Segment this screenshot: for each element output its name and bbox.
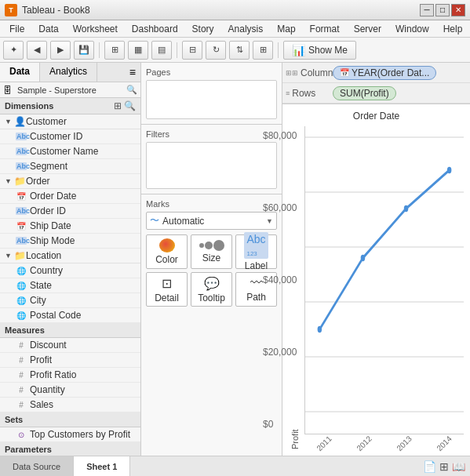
refresh-button[interactable]: ↻ bbox=[206, 41, 226, 60]
forward-button[interactable]: ▶ bbox=[50, 41, 71, 60]
marks-type-select[interactable]: 〜 Automatic ▼ bbox=[146, 212, 277, 230]
set-icon: ⊙ bbox=[16, 431, 27, 439]
geo-icon: 🌐 bbox=[16, 311, 27, 320]
rows-pill[interactable]: SUM(Profit) bbox=[333, 86, 396, 100]
menu-server[interactable]: Server bbox=[348, 22, 388, 36]
detail-icon: ⊡ bbox=[162, 276, 172, 291]
show-me-button[interactable]: 📊 Show Me bbox=[283, 41, 356, 60]
field-quantity[interactable]: # Quantity bbox=[0, 383, 140, 398]
new-worksheet-icon[interactable]: 📄 bbox=[423, 460, 436, 473]
marks-type-label: 〜 Automatic bbox=[150, 214, 204, 227]
save-button[interactable]: 💾 bbox=[74, 41, 94, 60]
menu-help[interactable]: Help bbox=[437, 22, 469, 36]
menu-story[interactable]: Story bbox=[186, 22, 220, 36]
menu-window[interactable]: Window bbox=[389, 22, 435, 36]
tooltip-label: Tooltip bbox=[198, 293, 225, 303]
show-me-label: Show Me bbox=[308, 45, 348, 56]
chart-area: Order Date Profit bbox=[282, 104, 470, 456]
field-order-id[interactable]: Abc Order ID bbox=[0, 204, 140, 219]
menu-dashboard[interactable]: Dashboard bbox=[126, 22, 184, 36]
new-dashboard-icon[interactable]: ⊞ bbox=[439, 460, 449, 473]
sheet1-tab[interactable]: Sheet 1 bbox=[74, 456, 130, 476]
field-sales[interactable]: # Sales bbox=[0, 398, 140, 412]
new-workbook-button[interactable]: ✦ bbox=[3, 41, 24, 60]
folder-icon: 📁 bbox=[14, 176, 26, 187]
data-source-tab[interactable]: Data Source bbox=[0, 456, 74, 476]
pages-content bbox=[146, 80, 277, 119]
minimize-button[interactable]: ─ bbox=[420, 4, 434, 16]
field-customer-name[interactable]: Abc Customer Name bbox=[0, 144, 140, 159]
menu-file[interactable]: File bbox=[3, 22, 31, 36]
label-button[interactable]: ⊞ bbox=[253, 41, 273, 60]
field-label: Profit bbox=[30, 354, 52, 365]
window-controls[interactable]: ─ □ ✕ bbox=[420, 4, 465, 16]
color-button[interactable]: Color bbox=[146, 234, 188, 269]
close-button[interactable]: ✕ bbox=[451, 4, 465, 16]
view-button[interactable]: ▦ bbox=[128, 41, 148, 60]
filter-button[interactable]: ⊟ bbox=[182, 41, 202, 60]
tooltip-button[interactable]: 💬 Tooltip bbox=[191, 272, 232, 307]
menu-map[interactable]: Map bbox=[271, 22, 301, 36]
folder-icon: 👤 bbox=[14, 116, 26, 127]
size-button[interactable]: Size bbox=[191, 234, 232, 269]
sort-button[interactable]: ⇅ bbox=[229, 41, 250, 60]
search-button[interactable]: 🔍 bbox=[126, 85, 137, 95]
order-group[interactable]: ▼ 📁 Order bbox=[0, 174, 140, 189]
measure-icon: # bbox=[16, 341, 27, 350]
customer-group-label: Customer bbox=[26, 116, 67, 127]
panel-menu-button[interactable]: ≡ bbox=[125, 63, 140, 82]
field-segment[interactable]: Abc Segment bbox=[0, 159, 140, 174]
marks-title: Marks bbox=[146, 199, 277, 209]
new-story-icon[interactable]: 📖 bbox=[452, 460, 465, 473]
sets-title: Sets bbox=[5, 415, 23, 424]
field-profit[interactable]: # Profit bbox=[0, 353, 140, 368]
sets-header[interactable]: Sets bbox=[0, 412, 140, 427]
field-order-date[interactable]: 📅 Order Date bbox=[0, 189, 140, 204]
field-city[interactable]: 🌐 City bbox=[0, 293, 140, 308]
svg-point-11 bbox=[318, 326, 322, 332]
date-icon: 📅 bbox=[16, 192, 27, 201]
measures-header[interactable]: Measures bbox=[0, 323, 140, 338]
field-discount[interactable]: # Discount bbox=[0, 338, 140, 353]
dimensions-header[interactable]: Dimensions ⊞ 🔍 bbox=[0, 98, 140, 114]
menu-analysis[interactable]: Analysis bbox=[222, 22, 270, 36]
separator1 bbox=[99, 42, 100, 58]
field-profit-ratio[interactable]: # Profit Ratio bbox=[0, 368, 140, 383]
center-panel: Pages Filters Marks 〜 Automatic ▼ Color bbox=[141, 63, 282, 456]
back-button[interactable]: ◀ bbox=[27, 41, 47, 60]
field-label: Order ID bbox=[30, 205, 66, 216]
analytics-tab[interactable]: Analytics bbox=[40, 63, 97, 82]
menu-format[interactable]: Format bbox=[304, 22, 346, 36]
columns-shelf: ⊞⊞ Columns 📅 YEAR(Order Dat... bbox=[282, 63, 470, 83]
data-tab[interactable]: Data bbox=[0, 63, 40, 82]
svg-point-13 bbox=[404, 205, 409, 212]
field-ship-mode[interactable]: Abc Ship Mode bbox=[0, 234, 140, 249]
measure-icon: # bbox=[16, 401, 27, 409]
maximize-button[interactable]: □ bbox=[435, 4, 450, 16]
field-label: Customer Name bbox=[30, 146, 98, 157]
menu-data[interactable]: Data bbox=[32, 22, 64, 36]
svg-point-12 bbox=[361, 255, 366, 261]
columns-pill[interactable]: 📅 YEAR(Order Dat... bbox=[333, 66, 436, 80]
customer-group[interactable]: ▼ 👤 Customer bbox=[0, 114, 140, 129]
measure-icon: # bbox=[16, 386, 27, 394]
field-top-customers-profit[interactable]: ⊙ Top Customers by Profit bbox=[0, 427, 140, 442]
field-state[interactable]: 🌐 State bbox=[0, 278, 140, 293]
parameters-header[interactable]: Parameters bbox=[0, 442, 140, 456]
chart-button[interactable]: ▤ bbox=[151, 41, 172, 60]
detail-button[interactable]: ⊡ Detail bbox=[146, 272, 188, 307]
dimensions-title: Dimensions bbox=[5, 101, 53, 111]
search-icon[interactable]: 🔍 bbox=[124, 100, 136, 111]
data-source-label: Sample - Superstore bbox=[17, 85, 123, 95]
field-postal-code[interactable]: 🌐 Postal Code bbox=[0, 308, 140, 323]
chart-svg-area: $80,000 $60,000 $40,000 $20,000 $0 bbox=[304, 126, 464, 434]
field-list: ▼ 👤 Customer Abc Customer ID Abc Custome… bbox=[0, 114, 140, 456]
location-group[interactable]: ▼ 📁 Location bbox=[0, 249, 140, 263]
field-country[interactable]: 🌐 Country bbox=[0, 263, 140, 278]
menu-worksheet[interactable]: Worksheet bbox=[67, 22, 124, 36]
grid-icon[interactable]: ⊞ bbox=[114, 100, 122, 111]
layout-button[interactable]: ⊞ bbox=[104, 41, 125, 60]
field-ship-date[interactable]: 📅 Ship Date bbox=[0, 219, 140, 234]
filters-content[interactable] bbox=[146, 142, 277, 189]
field-customer-id[interactable]: Abc Customer ID bbox=[0, 129, 140, 144]
